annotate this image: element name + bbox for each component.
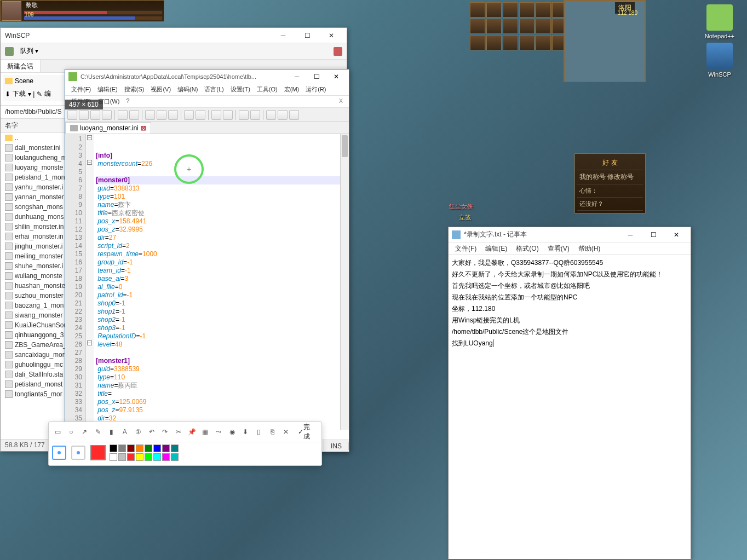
menu-run[interactable]: 运行(R) — [303, 84, 329, 95]
winscp-titlebar[interactable]: WinSCP ─ ☐ ✕ — [1, 28, 347, 43]
skill-slot[interactable] — [486, 19, 502, 34]
annotation-circle[interactable] — [174, 154, 204, 184]
skill-slot[interactable] — [519, 19, 535, 34]
color-swatch[interactable] — [127, 444, 135, 452]
copy-icon[interactable]: ▯ — [254, 425, 265, 438]
skill-slot[interactable] — [486, 2, 502, 18]
circle-tool-icon[interactable]: ○ — [66, 425, 77, 438]
number-tool-icon[interactable]: ① — [133, 425, 144, 438]
skill-slot[interactable] — [519, 2, 535, 18]
notepad-titlebar[interactable]: *录制文字.txt - 记事本 ─ ☐ ✕ — [449, 227, 691, 243]
desktop-icon-notepadpp[interactable]: Notepad++ — [703, 4, 736, 39]
scrollbar-thumb[interactable] — [342, 135, 348, 157]
menu-settings[interactable]: 设置(T) — [228, 84, 253, 95]
zoom-in-icon[interactable] — [239, 110, 249, 120]
new-file-icon[interactable] — [67, 110, 77, 120]
skill-slot[interactable] — [470, 35, 485, 50]
maximize-button[interactable]: ☐ — [296, 30, 318, 41]
menu-macro[interactable]: 宏(M) — [281, 84, 302, 95]
show-symbols-icon[interactable] — [278, 110, 288, 120]
color-swatch[interactable] — [136, 444, 143, 452]
marker-tool-icon[interactable]: ▮ — [106, 425, 117, 438]
record-icon[interactable]: ◉ — [227, 425, 238, 438]
skill-slot[interactable] — [519, 35, 535, 50]
minimize-button[interactable]: ─ — [288, 73, 306, 80]
minimize-button[interactable]: ─ — [272, 30, 294, 41]
tab-close-icon[interactable]: ⊠ — [141, 124, 146, 132]
color-swatch[interactable] — [127, 453, 135, 461]
close-button[interactable]: ✕ — [665, 231, 687, 239]
menu-help[interactable]: 帮助(H) — [574, 243, 605, 254]
gear-icon[interactable] — [5, 47, 14, 56]
indent-icon[interactable] — [289, 110, 299, 120]
maximize-button[interactable]: ☐ — [307, 73, 326, 80]
player-portrait[interactable] — [2, 1, 21, 21]
open-file-icon[interactable] — [79, 110, 89, 120]
current-color[interactable] — [90, 445, 106, 460]
fold-margin[interactable]: − − − — [86, 134, 94, 430]
save-icon[interactable] — [90, 110, 100, 120]
undo-icon[interactable]: ↶ — [146, 425, 158, 438]
undo-icon[interactable] — [184, 110, 194, 120]
skill-slot[interactable] — [486, 35, 502, 50]
skill-slot[interactable] — [503, 19, 518, 34]
menu-view[interactable]: 查看(V) — [543, 243, 574, 254]
brush-size-large[interactable] — [71, 446, 85, 460]
cancel-icon[interactable]: ✕ — [280, 425, 292, 438]
redo-icon[interactable]: ↷ — [159, 425, 171, 438]
color-swatch[interactable] — [153, 453, 161, 461]
menu-file[interactable]: 文件(F) — [68, 84, 94, 95]
print-icon[interactable] — [129, 110, 139, 120]
skill-slot[interactable] — [536, 19, 551, 34]
scrollbar[interactable] — [340, 134, 349, 430]
queue-button[interactable]: 队列 ▾ — [20, 47, 38, 56]
counter-icon[interactable]: ⤳ — [213, 425, 225, 438]
color-swatch[interactable] — [171, 444, 179, 452]
paste-icon[interactable] — [168, 110, 178, 120]
color-swatch[interactable] — [145, 444, 152, 452]
menu-file[interactable]: 文件(F) — [451, 243, 481, 254]
skill-slot[interactable] — [503, 2, 518, 18]
menu-language[interactable]: 语言(L) — [202, 84, 226, 95]
replace-icon[interactable] — [223, 110, 233, 120]
code-editor[interactable]: 1234567891011121314151617181920212223242… — [65, 134, 349, 430]
close-button[interactable]: ✕ — [320, 30, 342, 41]
notepad-textarea[interactable]: 大家好，我是黎歌，Q335943877--QQ群603955545 好久不更新了… — [449, 255, 691, 351]
close-doc-button[interactable]: X — [336, 96, 346, 107]
minimize-button[interactable]: ─ — [619, 231, 641, 239]
color-swatch[interactable] — [153, 444, 161, 452]
skill-slot[interactable] — [470, 2, 485, 18]
menu-help[interactable]: ? — [123, 96, 132, 107]
code-area[interactable]: [info] monstercount=226 [monster0] guid=… — [94, 134, 349, 430]
transfer-icon[interactable] — [334, 47, 342, 56]
close-button[interactable]: ✕ — [327, 73, 346, 80]
color-swatch[interactable] — [110, 453, 117, 461]
color-swatch[interactable] — [136, 453, 143, 461]
color-swatch[interactable] — [171, 453, 179, 461]
color-swatch[interactable] — [145, 453, 152, 461]
menu-encoding[interactable]: 编码(N) — [175, 84, 200, 95]
edit-nickname-button[interactable]: 修改称号 — [607, 173, 634, 181]
cut-icon[interactable]: ✂ — [173, 425, 185, 438]
menu-edit[interactable]: 编辑(E) — [481, 243, 512, 254]
brush-size-small[interactable] — [52, 446, 66, 460]
cut-icon[interactable] — [145, 110, 155, 120]
mosaic-icon[interactable]: ▦ — [200, 425, 211, 438]
color-swatch[interactable] — [162, 453, 170, 461]
color-swatch[interactable] — [118, 453, 126, 461]
maximize-button[interactable]: ☐ — [642, 231, 664, 239]
save-all-icon[interactable] — [102, 110, 112, 120]
file-tab[interactable]: luoyang_monster.ini⊠ — [65, 122, 151, 134]
find-icon[interactable] — [211, 110, 221, 120]
done-button[interactable]: ✓ 完成 — [294, 425, 318, 438]
pin-icon[interactable]: 📌 — [186, 425, 198, 438]
share-icon[interactable]: ⎘ — [267, 425, 278, 438]
redo-icon[interactable] — [196, 110, 205, 120]
zoom-out-icon[interactable] — [250, 110, 260, 120]
close-icon[interactable] — [118, 110, 128, 120]
wordwrap-icon[interactable] — [266, 110, 276, 120]
copy-icon[interactable] — [157, 110, 166, 120]
pen-tool-icon[interactable]: ✎ — [93, 425, 104, 438]
color-swatch[interactable] — [118, 444, 126, 452]
arrow-tool-icon[interactable]: ↗ — [79, 425, 90, 438]
